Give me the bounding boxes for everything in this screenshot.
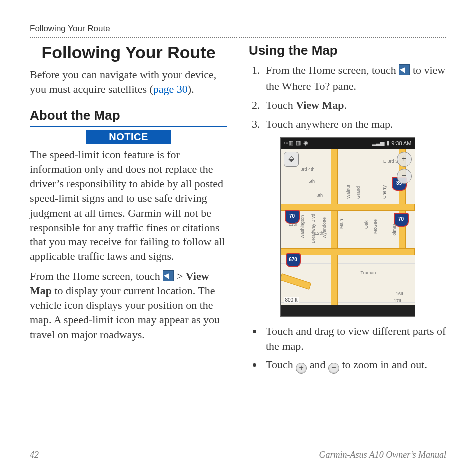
step1-text-a: From the Home screen, touch — [266, 64, 399, 76]
interstate-670-shield: 670 — [286, 253, 301, 267]
street-label: Grand — [356, 186, 361, 199]
street-label: 5th — [309, 179, 315, 184]
map-canvas[interactable]: 35 70 70 670 E 3rd St 3rd 4th 5th 8th 11… — [281, 149, 415, 305]
street-label: 16th — [396, 291, 405, 296]
street-label: 17th — [394, 298, 403, 303]
bullet2-text-b: to zoom in and out. — [339, 358, 427, 371]
step-2: Touch View Map. — [263, 97, 446, 113]
notice-body: The speed-limit icon feature is for info… — [30, 147, 227, 264]
street-label: 3rd 4th — [301, 167, 315, 172]
street-label: McGee — [373, 219, 378, 234]
step2-text-c: . — [344, 99, 347, 111]
status-time: 9:38 AM — [391, 140, 411, 146]
page-footer: 42 Garmin-Asus A10 Owner’s Manual — [30, 450, 446, 460]
status-left-icons: ◦◦▥ ▥ ◉ — [284, 140, 309, 146]
street-label: Main — [339, 219, 344, 229]
page-30-link[interactable]: page 30 — [153, 83, 188, 95]
steps-list: From the Home screen, touch to view the … — [249, 62, 446, 132]
step2-bold: View Map — [296, 99, 344, 111]
bullet-zoom: Touch + and − to zoom in and out. — [263, 357, 446, 374]
street-label: Broadway Blvd — [311, 214, 316, 243]
street-label: 8th — [317, 193, 323, 198]
intro-paragraph: Before you can navigate with your device… — [30, 67, 227, 97]
about-text-gt: > — [174, 270, 185, 282]
bullet-drag: Touch and drag to view different parts o… — [263, 324, 446, 355]
step-1: From the Home screen, touch to view the … — [263, 62, 446, 94]
signal-icon: ▂▃▅ — [372, 140, 384, 146]
phone-status-bar: ◦◦▥ ▥ ◉ ▂▃▅ ▮ 9:38 AM — [281, 138, 415, 149]
step2-text-a: Touch — [266, 99, 296, 111]
navigate-icon — [163, 270, 174, 281]
phone-bottom-bar — [281, 305, 415, 316]
using-the-map-heading: Using the Map — [249, 43, 446, 58]
bullet2-text-mid: and — [307, 358, 328, 371]
manual-title: Garmin-Asus A10 Owner’s Manual — [319, 450, 446, 460]
street-label: Washington — [300, 215, 305, 238]
street-label: Wyandotte — [322, 217, 327, 238]
zoom-in-button[interactable]: + — [397, 152, 412, 167]
street-label: Holmes — [392, 223, 397, 238]
step-3: Touch anywhere on the map. — [263, 116, 446, 132]
street-label: Walnut — [346, 185, 351, 199]
navigate-icon — [399, 64, 410, 75]
map-screenshot: ◦◦▥ ▥ ◉ ▂▃▅ ▮ 9:38 AM — [280, 137, 415, 317]
about-text-pre: From the Home screen, touch — [30, 270, 163, 282]
street-label: Oak — [364, 220, 369, 229]
header-divider — [30, 37, 446, 38]
right-column: Using the Map From the Home screen, touc… — [249, 43, 446, 377]
page-title: Following Your Route — [30, 43, 227, 62]
running-head: Following Your Route — [30, 24, 446, 34]
page-number: 42 — [30, 450, 39, 460]
battery-icon: ▮ — [386, 140, 389, 146]
street-label: Cherry — [382, 185, 387, 199]
bullet2-text-a: Touch — [266, 358, 296, 371]
intro-text-after: ). — [188, 83, 194, 95]
about-paragraph: From the Home screen, touch > View Map t… — [30, 269, 227, 342]
street-label: Truman — [361, 270, 376, 275]
minus-icon: − — [328, 363, 339, 374]
map-scale: 800 ft — [284, 297, 299, 303]
compass-button[interactable]: ⬙ — [284, 152, 299, 167]
zoom-out-button[interactable]: − — [397, 169, 412, 184]
street-label: 11th — [289, 222, 298, 227]
bullet-list: Touch and drag to view different parts o… — [249, 324, 446, 374]
notice-box: NOTICE — [30, 126, 227, 144]
about-text-post: to display your current location. The ve… — [30, 284, 220, 341]
about-the-map-heading: About the Map — [30, 108, 227, 123]
plus-icon: + — [296, 363, 307, 374]
notice-label: NOTICE — [86, 130, 171, 144]
left-column: Following Your Route Before you can navi… — [30, 43, 227, 377]
